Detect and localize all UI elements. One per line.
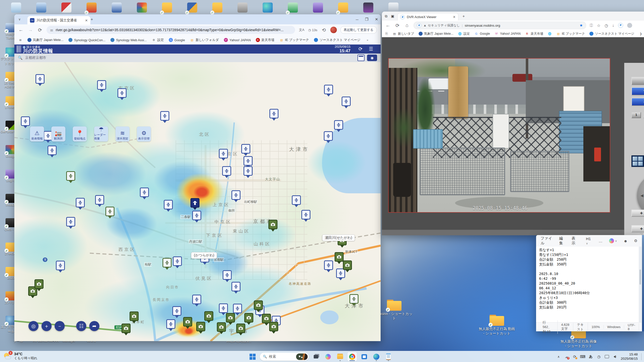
zoom-plus-button[interactable]: ＋ bbox=[632, 210, 644, 216]
water-level-station-marker[interactable] bbox=[324, 85, 333, 97]
camera-marker[interactable] bbox=[254, 300, 263, 312]
camera-marker[interactable] bbox=[269, 322, 278, 334]
edge-reload-icon[interactable]: ⟳ bbox=[394, 23, 400, 28]
address-bar[interactable]: ⚌ river.go.jp/kawabou/mb?zm=12&clat=35.0… bbox=[47, 26, 295, 34]
edge-bookmark-item[interactable]: ❯ bbox=[639, 32, 643, 36]
camera-marker[interactable] bbox=[130, 311, 139, 323]
menu-edit[interactable]: 編集 bbox=[559, 236, 565, 246]
bookmark-item[interactable]: Synology Web Assi... bbox=[110, 38, 147, 42]
water-level-station-marker[interactable] bbox=[231, 190, 240, 202]
map-button-登録地点[interactable]: 📍登録地点 bbox=[73, 126, 87, 142]
chrome-active-tab[interactable]: 〜 川の防災情報 - 国土交通省 ✕ bbox=[27, 16, 90, 24]
edge-back-icon[interactable]: ← bbox=[385, 23, 391, 28]
bookmark-item[interactable]: ▧新しいフォルダ bbox=[190, 38, 219, 42]
desktop-icon-app-tiles-blue[interactable] bbox=[111, 2, 123, 14]
water-level-station-marker[interactable] bbox=[173, 256, 182, 268]
tab-actions-icon[interactable]: ▣ bbox=[391, 14, 394, 18]
bookmark-item[interactable]: ▧IE ブックマーク bbox=[279, 38, 309, 42]
water-level-station-marker[interactable] bbox=[192, 295, 201, 306]
water-level-station-marker[interactable] bbox=[163, 258, 172, 270]
volume-icon[interactable]: ) bbox=[613, 354, 617, 359]
start-button[interactable] bbox=[248, 352, 257, 361]
bookmark-item[interactable]: ⊞ bbox=[18, 38, 22, 42]
map-refresh-icon[interactable]: ⟳ bbox=[358, 46, 363, 52]
edge-bookmark-item[interactable]: 気象庁 Japan Mete... bbox=[419, 32, 454, 36]
bookmark-item[interactable]: Y!Yahoo! JAPAN bbox=[224, 38, 251, 42]
workspaces-icon[interactable]: ⧉ bbox=[385, 14, 387, 18]
desktop-icon-app-blue-grid[interactable] bbox=[35, 2, 47, 14]
edge-bookmark-item[interactable]: ▧IE ブックマーク bbox=[556, 32, 585, 36]
dvr-split-view-button[interactable] bbox=[631, 155, 644, 167]
water-level-station-marker[interactable] bbox=[342, 97, 351, 108]
maximize-icon[interactable]: ❐ bbox=[365, 17, 368, 22]
water-level-station-marker[interactable] bbox=[219, 149, 228, 161]
menu-file[interactable]: ファイル bbox=[541, 236, 553, 246]
camera-marker[interactable] bbox=[217, 322, 226, 334]
water-level-station-marker[interactable] bbox=[292, 195, 301, 207]
reload-icon[interactable]: ⟳ bbox=[37, 27, 43, 33]
zoom-out-button[interactable]: － bbox=[55, 321, 65, 331]
water-level-station-marker[interactable] bbox=[105, 207, 114, 218]
water-level-station-marker[interactable] bbox=[97, 80, 106, 92]
map-button-発表情報[interactable]: ⚠発表情報 bbox=[30, 126, 44, 142]
water-level-station-marker[interactable] bbox=[231, 282, 240, 294]
edge-active-tab[interactable]: e DVR ActiveX Viewer ✕ bbox=[398, 13, 458, 21]
desktop-icon-pinwheel-color[interactable] bbox=[136, 2, 148, 14]
water-level-station-marker[interactable] bbox=[172, 306, 181, 318]
desktop-icon-folder-sync-3[interactable]: ✓ bbox=[337, 2, 349, 14]
tab-close-icon[interactable]: ✕ bbox=[85, 18, 88, 22]
camera-marker[interactable] bbox=[226, 313, 235, 325]
camera-marker[interactable] bbox=[122, 324, 131, 335]
edge-address-bar[interactable]: e ▲ セキュリティ保護なし | sinsenyasai.nsddns.org … bbox=[414, 22, 586, 29]
notepad-taskbar-button[interactable] bbox=[384, 352, 393, 361]
desktop-folder-shortcut[interactable]: ✓無人販売不正行為 動画 - ショートカット bbox=[478, 315, 516, 336]
close-icon[interactable]: ✕ bbox=[375, 17, 378, 22]
sidebar-toggle-icon[interactable]: ⎘ bbox=[385, 32, 388, 36]
settings-gear-icon[interactable]: ⚙ bbox=[634, 239, 637, 243]
edge-bookmark-item[interactable]: 🌐 bbox=[548, 32, 552, 36]
edge-profile-avatar[interactable] bbox=[627, 23, 632, 28]
relaunch-update-button[interactable]: 再起動して更新する bbox=[340, 26, 377, 34]
camera-marker[interactable] bbox=[183, 317, 192, 329]
ptz-left-icon[interactable]: ◀ bbox=[640, 193, 643, 198]
locate-button[interactable]: ◎ bbox=[28, 321, 38, 331]
desktop-icon-app-cpu[interactable]: ✓ bbox=[186, 2, 198, 14]
edge-bookmark-item[interactable]: ▤新しいタブ bbox=[392, 32, 414, 36]
bookmark-item[interactable]: GGoogle bbox=[169, 38, 185, 42]
dvr-channel-1-button[interactable]: 1 bbox=[631, 112, 641, 118]
style-dropdown[interactable]: H1 ∨ bbox=[586, 237, 592, 245]
edge-bookmark-item[interactable]: ソースネクスト マイページ bbox=[589, 32, 634, 36]
water-level-station-marker[interactable] bbox=[324, 131, 333, 143]
water-level-station-marker[interactable] bbox=[21, 116, 30, 128]
history-sync-icon[interactable]: ⟲ bbox=[321, 27, 327, 33]
edge-bookmark-item[interactable]: 🌐設定 bbox=[458, 32, 470, 36]
water-level-station-marker[interactable] bbox=[244, 166, 253, 178]
edge-bookmark-item[interactable]: GGoogle bbox=[474, 32, 490, 36]
desktop-icon-app-p-purple[interactable] bbox=[362, 2, 374, 14]
share-button[interactable]: ➦ bbox=[89, 321, 99, 331]
desktop-icon-media-green[interactable]: ✓ bbox=[287, 2, 299, 14]
map-button-観測所[interactable]: 🏣観測所 bbox=[51, 126, 65, 142]
translate-icon[interactable]: 文A bbox=[299, 28, 305, 32]
legend-button[interactable]: ☷ bbox=[76, 321, 86, 331]
bookmark-item[interactable]: R楽天市場 bbox=[256, 38, 274, 42]
water-level-station-marker[interactable] bbox=[117, 88, 127, 100]
water-level-station-marker[interactable] bbox=[95, 195, 104, 207]
water-level-station-marker[interactable] bbox=[269, 109, 278, 121]
selected-station-marker[interactable] bbox=[190, 198, 199, 210]
water-level-station-marker[interactable] bbox=[222, 166, 231, 178]
back-icon[interactable]: ← bbox=[18, 27, 24, 33]
taskbar-clock[interactable]: 15:48 2025/08/15 bbox=[621, 352, 638, 361]
desktop-icon-recycle-bin[interactable] bbox=[10, 2, 22, 14]
task-view-button[interactable] bbox=[311, 352, 321, 361]
show-desktop-button[interactable] bbox=[641, 353, 642, 360]
new-tab-icon[interactable]: ＋ bbox=[90, 17, 94, 22]
camera-marker[interactable] bbox=[204, 311, 213, 323]
desktop-folder-shortcut[interactable]: ✓syasinn - ショートカット bbox=[375, 300, 413, 321]
edge-bookmark-item[interactable]: R楽天市場 bbox=[525, 32, 543, 36]
notepad-scrollbar[interactable] bbox=[639, 247, 641, 323]
desktop-icon-folder-sync-1[interactable]: ✓ bbox=[161, 2, 173, 14]
camera-marker[interactable] bbox=[335, 252, 344, 264]
store-taskbar-button[interactable] bbox=[359, 352, 369, 361]
map-button-浸水想定[interactable]: ≋浸水想定 bbox=[115, 126, 130, 142]
